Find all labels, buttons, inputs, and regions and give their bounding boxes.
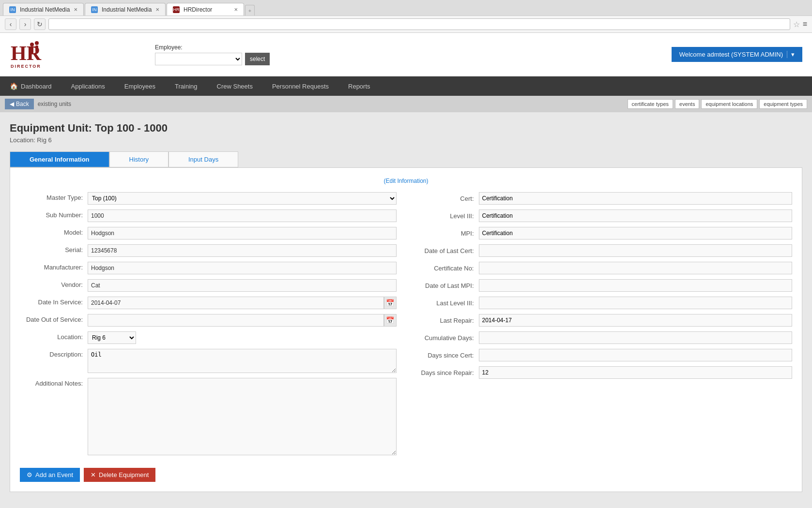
manufacturer-input[interactable] [88, 262, 397, 274]
action-bar: ⚙ Add an Event ✕ Delete Equipment [20, 468, 792, 482]
nav-dashboard[interactable]: 🏠 Dashboard [0, 76, 61, 96]
tab-2[interactable]: IN Industrial NetMedia × [85, 3, 166, 15]
master-type-row: Master Type: Top (100) [20, 192, 397, 205]
tabs: General Information History Input Days [10, 151, 802, 167]
vendor-input[interactable] [88, 279, 397, 292]
menu-icon[interactable]: ≡ [803, 20, 807, 29]
description-row: Description: Oil [20, 349, 397, 373]
level-iii-label: Level III: [416, 212, 479, 220]
vendor-label: Vendor: [20, 279, 88, 288]
nav-dashboard-label: Dashboard [21, 83, 52, 90]
back-arrow-icon: ◀ [10, 101, 14, 107]
events-button[interactable]: events [675, 99, 699, 109]
tab-2-label: Industrial NetMedia [102, 6, 152, 13]
cumulative-days-input[interactable] [479, 331, 793, 344]
logo: HR DIRECTOR [10, 39, 44, 70]
date-out-of-service-input[interactable] [88, 314, 384, 327]
certificate-no-label: Certificate No: [416, 265, 479, 272]
tab-history[interactable]: History [109, 151, 169, 167]
nav-crew-sheets[interactable]: Crew Sheets [207, 77, 262, 96]
tab-1-close[interactable]: × [74, 6, 77, 13]
serial-input[interactable] [88, 244, 397, 257]
description-input[interactable]: Oil [88, 349, 397, 373]
sub-number-row: Sub Number: 1000 [20, 209, 397, 222]
model-input[interactable] [88, 227, 397, 239]
serial-label: Serial: [20, 244, 88, 254]
cert-input[interactable] [479, 192, 793, 205]
date-in-service-calendar-icon[interactable]: 📅 [384, 297, 397, 309]
welcome-caret-icon: ▾ [787, 51, 795, 58]
tab-3-close[interactable]: × [234, 6, 238, 13]
date-in-service-input[interactable] [88, 297, 384, 309]
tab-1[interactable]: IN Industrial NetMedia × [3, 3, 84, 15]
employee-section: Employee: select [155, 44, 270, 65]
level-iii-row: Level III: [416, 209, 793, 222]
delete-equipment-button[interactable]: ✕ Delete Equipment [84, 468, 155, 482]
tab-1-label: Industrial NetMedia [20, 6, 70, 13]
days-since-cert-input[interactable] [479, 349, 793, 361]
location-row: Location: Rig 6 [20, 331, 397, 344]
refresh-button[interactable]: ↻ [34, 18, 46, 30]
tab-3[interactable]: HR HRDirector × [167, 3, 244, 15]
master-type-select[interactable]: Top (100) [88, 192, 397, 205]
serial-row: Serial: [20, 244, 397, 257]
certificate-types-button[interactable]: certificate types [628, 99, 673, 109]
address-input[interactable]: app.hrdirector.ca/?p=equipment_units&id=… [48, 18, 790, 30]
sub-number-label: Sub Number: [20, 209, 88, 219]
additional-notes-input[interactable] [88, 378, 397, 455]
svg-text:HR: HR [11, 42, 42, 64]
add-event-button[interactable]: ⚙ Add an Event [20, 468, 80, 482]
level-iii-input[interactable] [479, 209, 793, 222]
nav-applications[interactable]: Applications [61, 77, 115, 96]
location-select[interactable]: Rig 6 [88, 331, 136, 344]
equipment-types-button[interactable]: equipment types [759, 99, 807, 109]
employee-select[interactable] [155, 53, 242, 65]
select-button[interactable]: select [245, 53, 270, 65]
existing-units-link[interactable]: existing units [38, 101, 71, 107]
date-last-mpi-input[interactable] [479, 279, 793, 292]
nav-personnel-requests[interactable]: Personnel Requests [262, 77, 338, 96]
form-container: (Edit Information) Master Type: Top (100… [10, 167, 802, 492]
date-out-of-service-calendar-icon[interactable]: 📅 [384, 314, 397, 327]
last-repair-label: Last Repair: [416, 317, 479, 324]
nav-reports[interactable]: Reports [338, 77, 380, 96]
svg-point-1 [30, 43, 34, 46]
days-since-cert-row: Days since Cert: [416, 349, 793, 361]
form-left: Master Type: Top (100) Sub Number: 1000 … [20, 192, 397, 460]
bookmark-icon[interactable]: ☆ [793, 20, 800, 29]
certificate-no-input[interactable] [479, 262, 793, 274]
date-last-mpi-row: Date of Last MPI: [416, 279, 793, 292]
tab-general-info[interactable]: General Information [10, 151, 109, 167]
equipment-locations-button[interactable]: equipment locations [701, 99, 757, 109]
new-tab-button[interactable]: + [245, 5, 255, 15]
tab-input-days[interactable]: Input Days [169, 151, 238, 167]
nav-employees[interactable]: Employees [115, 77, 165, 96]
last-level-iii-row: Last Level III: [416, 297, 793, 309]
nav-training-label: Training [175, 83, 197, 90]
tab-2-close[interactable]: × [155, 6, 159, 13]
edit-info-link[interactable]: (Edit Information) [20, 178, 792, 184]
nav-training[interactable]: Training [165, 77, 207, 96]
location-label: Location: [20, 331, 88, 341]
gear-icon: ⚙ [27, 471, 32, 478]
home-icon: 🏠 [10, 82, 18, 90]
welcome-button[interactable]: Welcome admtest (SYSTEM ADMIN) ▾ [672, 47, 802, 62]
days-since-repair-label: Days since Repair: [416, 369, 479, 376]
sub-number-input[interactable]: 1000 [88, 209, 397, 222]
last-level-iii-input[interactable] [479, 297, 793, 309]
sub-nav-left: ◀ Back existing units [5, 99, 71, 109]
tab-bar: IN Industrial NetMedia × IN Industrial N… [0, 0, 812, 15]
vendor-row: Vendor: [20, 279, 397, 292]
days-since-repair-input[interactable] [479, 366, 793, 379]
mpi-input[interactable] [479, 227, 793, 239]
certificate-no-row: Certificate No: [416, 262, 793, 274]
nav-personnel-requests-label: Personnel Requests [272, 83, 329, 90]
date-last-cert-input[interactable] [479, 244, 793, 257]
last-repair-input[interactable] [479, 314, 793, 327]
nav-crew-sheets-label: Crew Sheets [217, 83, 253, 90]
app-header: HR DIRECTOR Employee: select Welcome adm… [0, 33, 812, 76]
forward-nav-button[interactable]: › [19, 18, 31, 30]
back-nav-button[interactable]: ‹ [5, 18, 16, 30]
master-type-label: Master Type: [20, 192, 88, 201]
back-button[interactable]: ◀ Back [5, 99, 34, 109]
